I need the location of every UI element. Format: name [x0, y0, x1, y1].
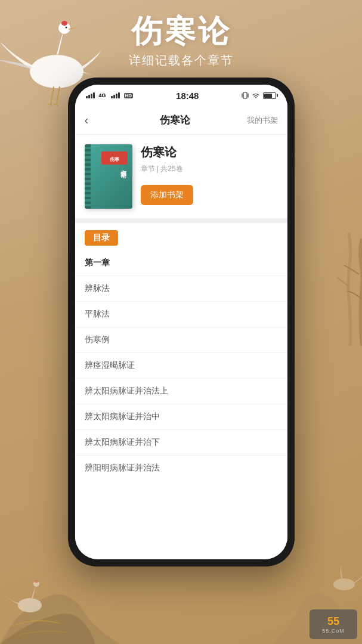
watermark: 55 55.CoM — [310, 609, 357, 639]
my-shelf-link[interactable]: 我的书架 — [247, 115, 278, 126]
signal-bar-4 — [93, 92, 95, 98]
svg-line-5 — [57, 86, 60, 104]
battery-fill — [264, 94, 272, 98]
svg-point-6 — [18, 598, 42, 612]
status-right — [242, 91, 276, 100]
book-cover-label: 伤寒 — [101, 151, 128, 165]
signal-bar-2 — [88, 95, 90, 98]
catalog-header: 目录 — [75, 223, 287, 250]
catalog-tag: 目录 — [85, 230, 118, 246]
book-title: 伤寒论 — [141, 144, 278, 160]
signal-bar-7 — [116, 94, 117, 98]
catalog-item[interactable]: 辨阳明病脉证并治法 — [75, 456, 287, 481]
watermark-text: 55.CoM — [322, 628, 345, 634]
book-cover: 伤寒 伤寒论 — [85, 144, 132, 209]
signal-bar-5 — [111, 96, 113, 98]
book-cover-spine — [85, 144, 91, 209]
watermark-number: 55 — [327, 615, 339, 628]
add-shelf-button[interactable]: 添加书架 — [141, 185, 193, 205]
nav-bar: ‹ 伤寒论 我的书架 — [75, 106, 287, 135]
phone-frame: 4G HD 18:48 — [68, 78, 295, 566]
hd-label: HD — [124, 93, 134, 98]
vibrate-icon — [242, 91, 249, 100]
carrier-label: 4G — [99, 92, 106, 98]
phone-screen: 4G HD 18:48 — [75, 85, 287, 559]
svg-point-8 — [35, 580, 38, 583]
svg-rect-10 — [243, 92, 247, 98]
status-bar: 4G HD 18:48 — [75, 85, 287, 106]
catalog-item[interactable]: 辨痉湿暍脉证 — [75, 353, 287, 379]
catalog-item[interactable]: 辨脉法 — [75, 276, 287, 302]
right-decoration — [326, 227, 362, 346]
signal-bar-8 — [118, 92, 120, 98]
book-meta: 章节 | 共25卷 — [141, 164, 278, 174]
catalog-item[interactable]: 辨太阳病脉证并治下 — [75, 430, 287, 456]
signal-bars — [86, 92, 95, 98]
signal-bar-6 — [113, 95, 115, 98]
hero-subtitle: 详细记载各个章节 — [0, 52, 362, 69]
wifi-icon — [252, 92, 260, 99]
divider — [75, 218, 287, 223]
signal-bar-3 — [91, 94, 92, 98]
book-cover-title-text: 伤寒论 — [101, 165, 128, 169]
signal-bars-2 — [111, 92, 120, 98]
nav-title: 伤寒论 — [160, 113, 190, 127]
catalog-section: 目录 第一章 辨脉法平脉法伤寒例辨痉湿暍脉证辨太阳病脉证并治法上辨太阳病脉证并治… — [75, 223, 287, 559]
battery-icon — [263, 92, 276, 99]
catalog-item[interactable]: 辨太阳病脉证并治中 — [75, 404, 287, 430]
status-time: 18:48 — [176, 91, 199, 101]
hero-title: 伤寒论 — [0, 11, 362, 52]
status-left: 4G HD — [86, 92, 134, 98]
catalog-list[interactable]: 第一章 辨脉法平脉法伤寒例辨痉湿暍脉证辨太阳病脉证并治法上辨太阳病脉证并治中辨太… — [75, 250, 287, 559]
signal-bar-1 — [86, 96, 88, 98]
back-button[interactable]: ‹ — [85, 113, 104, 127]
catalog-item[interactable]: 辨太阳病脉证并治法上 — [75, 379, 287, 404]
catalog-item[interactable]: 伤寒例 — [75, 327, 287, 353]
svg-point-9 — [333, 578, 355, 590]
svg-line-4 — [51, 86, 54, 104]
book-info-section: 伤寒 伤寒论 伤寒论 章节 | 共25卷 添加书架 — [75, 135, 287, 218]
catalog-chapter: 第一章 — [75, 250, 287, 276]
book-details: 伤寒论 章节 | 共25卷 添加书架 — [141, 144, 278, 205]
catalog-item[interactable]: 平脉法 — [75, 302, 287, 327]
